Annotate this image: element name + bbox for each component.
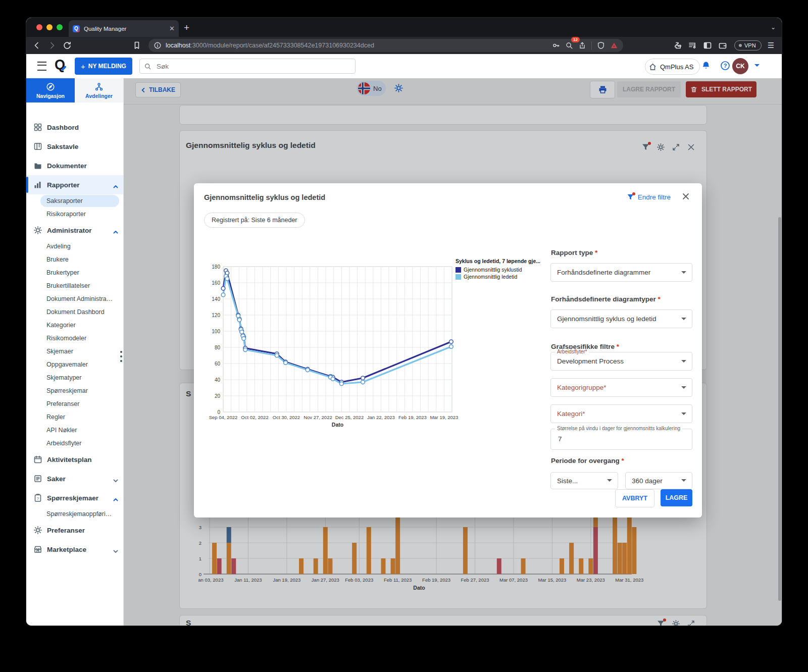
sidebar-item-label: Arbeidsflyter [46, 440, 118, 447]
user-menu-chevron-icon[interactable] [754, 64, 760, 69]
tab-list-chevron-icon[interactable]: ⌄ [771, 24, 776, 31]
sidebar-item-kategorier[interactable]: Kategorier [26, 319, 123, 332]
reading-list-icon[interactable] [688, 41, 697, 50]
periode-type-select[interactable]: Siste... [550, 472, 618, 489]
diagramtyper-select[interactable]: Gjennomsnittlig syklus og ledetid [550, 309, 692, 328]
vpn-label: VPN [744, 42, 756, 48]
bookmark-icon[interactable] [132, 41, 141, 50]
browser-menu-icon[interactable]: ☰ [768, 41, 774, 50]
sidebar-item-skjematyper[interactable]: Skjematyper [26, 371, 123, 384]
app-menu-icon[interactable] [37, 62, 46, 71]
site-info-icon[interactable] [154, 41, 162, 49]
cancel-button[interactable]: AVBRYT [615, 489, 654, 507]
svg-text:Gjennomsnittlig syklustid: Gjennomsnittlig syklustid [464, 267, 522, 273]
periode-verdi-select[interactable]: 360 dager [625, 472, 692, 489]
sidebar-item-saksraporter[interactable]: Saksraporter [26, 194, 123, 208]
tab-close-icon[interactable]: ✕ [169, 25, 175, 32]
organization-selector[interactable]: QmPlus AS [645, 59, 700, 75]
sidebar-item-avdeling[interactable]: Avdeling [26, 240, 123, 253]
sidebar-item-spørreskjemar[interactable]: Spørreskjemar [26, 384, 123, 397]
sidebar-item-label: Avdeling [46, 243, 118, 250]
zoom-window-button[interactable] [57, 24, 63, 30]
url-host: localhost [166, 42, 190, 49]
svg-text:Sep 04, 2022: Sep 04, 2022 [209, 415, 238, 420]
sidebar-item-marketplace[interactable]: Marketplace [26, 540, 123, 559]
app-header: Q + NY MELDING QmPlus AS ? CK [26, 54, 782, 79]
brave-shield-icon[interactable] [597, 41, 605, 49]
sidebar-item-label: Dokument Administra… [46, 295, 118, 302]
extensions-puzzle-icon[interactable] [673, 41, 682, 50]
brave-rewards-icon[interactable] [610, 41, 618, 49]
user-avatar[interactable]: CK [732, 58, 748, 74]
compass-icon [46, 82, 55, 91]
sidebar-item-brukere[interactable]: Brukere [26, 253, 123, 266]
sidebar: Navigasjon Avdelinger DashbordSakstavleD… [26, 78, 124, 626]
window-size-floating-label: Størrelse på vindu i dager for gjennomsn… [555, 426, 682, 431]
sidebar-item-administrator[interactable]: Administrator [26, 221, 123, 240]
rapport-type-select[interactable]: Forhåndsdefinerte diagrammer [550, 263, 692, 282]
chevron-down-icon [113, 476, 118, 481]
sidebar-item-brukertillatelser[interactable]: Brukertillatelser [26, 279, 123, 292]
kategorigruppe-select[interactable]: Kategorigruppe* [550, 378, 692, 397]
sidebar-item-regler[interactable]: Regler [26, 410, 123, 424]
wallet-icon[interactable] [718, 41, 727, 50]
vpn-button[interactable]: VPN [734, 40, 762, 50]
arbeidsflyter-select[interactable]: Arbeidsflyter* Development Process [550, 352, 692, 371]
window-size-input[interactable] [557, 435, 686, 443]
gear-icon [33, 526, 42, 535]
new-message-button[interactable]: + NY MELDING [75, 58, 132, 75]
browser-tab[interactable]: Q Quality Manager ✕ [69, 20, 179, 37]
sidebar-item-preferanser[interactable]: Preferanser [26, 397, 123, 410]
sidebar-item-skjemaer[interactable]: Skjemaer [26, 345, 123, 358]
sidebar-item-risikoraporter[interactable]: Risikoraporter [26, 208, 123, 221]
sidebar-item-dokument-dashbord[interactable]: Dokument Dashbord [26, 305, 123, 319]
sidebar-tab-label: Avdelinger [85, 93, 113, 99]
sidebar-item-spørreskjemaoppføri[interactable]: Spørreskjemaoppføri… [26, 507, 123, 521]
share-icon[interactable] [578, 41, 586, 49]
close-window-button[interactable] [36, 24, 42, 30]
sidebar-item-label: Preferanser [47, 527, 118, 534]
password-key-icon[interactable] [552, 41, 560, 49]
app-body: Navigasjon Avdelinger DashbordSakstavleD… [26, 78, 782, 626]
sidebar-tab-avdelinger[interactable]: Avdelinger [75, 78, 123, 102]
reload-icon[interactable] [63, 41, 72, 50]
sidebar-item-risikomodeler[interactable]: Risikomodeler [26, 332, 123, 345]
help-icon[interactable]: ? [720, 61, 730, 71]
sidebar-item-brukertyper[interactable]: Brukertyper [26, 266, 123, 279]
sidebar-item-aktivitetsplan[interactable]: Aktivitetsplan [26, 450, 123, 469]
sidebar-item-preferanser[interactable]: Preferanser [26, 521, 123, 540]
kategori-select[interactable]: Kategori* [550, 404, 692, 423]
search-in-page-icon[interactable] [565, 41, 573, 49]
chevron-up-icon [113, 182, 118, 187]
sidebar-item-rapporter[interactable]: Rapporter [26, 175, 123, 194]
minimize-window-button[interactable] [46, 24, 53, 30]
sidebar-item-oppgavemaler[interactable]: Oppgavemaler [26, 358, 123, 371]
sidebar-item-api-nøkler[interactable]: API Nøkler [26, 424, 123, 437]
sidebar-item-saker[interactable]: Saker [26, 469, 123, 488]
sidebar-item-label: Spørreskjemaer [47, 494, 113, 502]
chevron-down-icon [113, 547, 118, 552]
save-button[interactable]: LAGRE [661, 489, 692, 506]
forward-icon[interactable] [47, 41, 57, 50]
sidebar-item-arbeidsflyter[interactable]: Arbeidsflyter [26, 437, 123, 450]
svg-text:Feb 19, 2023: Feb 19, 2023 [398, 415, 427, 420]
sidebar-item-label: Brukertillatelser [46, 282, 118, 289]
svg-text:60: 60 [215, 361, 221, 367]
sidebar-tab-navigasjon[interactable]: Navigasjon [26, 78, 75, 102]
notifications-bell-icon[interactable] [701, 61, 711, 71]
search-input[interactable] [156, 62, 355, 71]
sidebar-toggle-icon[interactable] [703, 41, 712, 50]
sidebar-item-label: Saker [47, 475, 113, 483]
sidebar-item-dashbord[interactable]: Dashbord [26, 118, 123, 137]
back-icon[interactable] [32, 41, 41, 50]
edit-filters-modal: Gjennomsnittelig syklus og ledetid Endre… [194, 183, 702, 518]
svg-text:140: 140 [212, 296, 220, 302]
new-tab-button[interactable]: + [184, 22, 189, 34]
sidebar-item-dokumenter[interactable]: Dokumenter [26, 156, 123, 175]
sidebar-item-dokument-administra[interactable]: Dokument Administra… [26, 292, 123, 305]
sidebar-item-label: Brukere [46, 256, 118, 263]
sidebar-item-sakstavle[interactable]: Sakstavle [26, 137, 123, 156]
scrollbar-thumb[interactable] [778, 217, 781, 601]
sidebar-item-spørreskjemaer[interactable]: ?Spørreskjemaer [26, 488, 123, 507]
url-bar[interactable]: localhost :3000/module/report/case/af245… [148, 39, 623, 52]
